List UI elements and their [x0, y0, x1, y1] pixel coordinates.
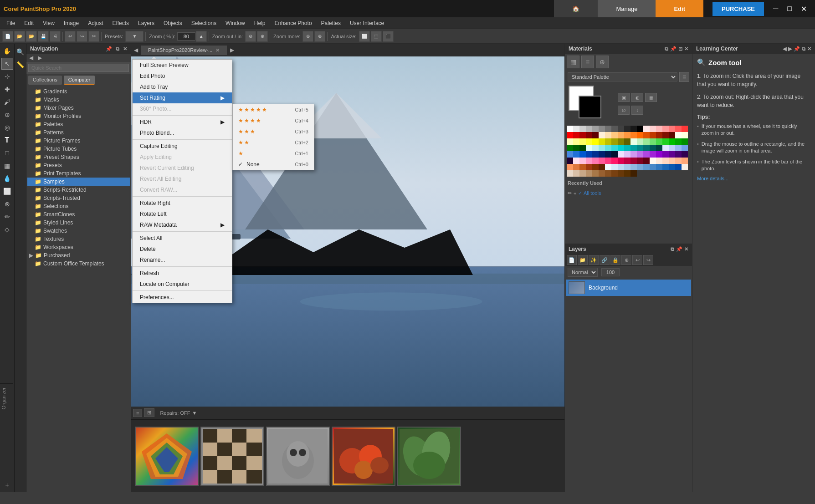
- learning-pin-button[interactable]: 📌: [794, 46, 800, 52]
- filmstrip-toggle[interactable]: ≡: [133, 409, 142, 417]
- color-swatch[interactable]: [618, 126, 624, 132]
- menu-adjust[interactable]: Adjust: [83, 19, 108, 27]
- color-swatch[interactable]: [611, 158, 618, 164]
- tab-computer[interactable]: Computer: [64, 76, 95, 85]
- cm-delete[interactable]: Delete: [133, 244, 232, 255]
- color-swatch[interactable]: [599, 151, 605, 158]
- color-swatch[interactable]: [630, 145, 637, 151]
- mat-swap-button[interactable]: ↕: [631, 106, 643, 115]
- color-swatch[interactable]: [573, 158, 579, 164]
- color-swatch[interactable]: [650, 126, 656, 132]
- cm-editphoto[interactable]: Edit Photo: [133, 71, 232, 81]
- color-swatch[interactable]: [650, 132, 656, 138]
- color-swatch[interactable]: [592, 170, 599, 177]
- color-swatch[interactable]: [682, 138, 688, 145]
- color-swatch[interactable]: [618, 164, 624, 170]
- color-swatch[interactable]: [605, 170, 611, 177]
- image-tab-main[interactable]: PaintShopPro2020Review-... ✕: [141, 46, 227, 55]
- color-swatch[interactable]: [650, 145, 656, 151]
- color-swatch[interactable]: [643, 145, 650, 151]
- text-tool[interactable]: T: [1, 134, 13, 146]
- nav-back-button[interactable]: ◀: [27, 55, 35, 61]
- color-swatch[interactable]: [630, 158, 637, 164]
- scroll-left-button[interactable]: ◀: [131, 47, 141, 53]
- color-swatch[interactable]: [675, 151, 682, 158]
- color-swatch[interactable]: [586, 151, 592, 158]
- color-swatch[interactable]: [599, 158, 605, 164]
- nav-forward-button[interactable]: ▶: [36, 55, 44, 61]
- cm-rawmeta[interactable]: RAW Metadata ▶: [133, 219, 232, 230]
- pan-tool[interactable]: ✋: [1, 45, 13, 57]
- color-swatch[interactable]: [630, 164, 637, 170]
- color-swatch[interactable]: [611, 164, 618, 170]
- layers-link-button[interactable]: 🔗: [600, 255, 610, 265]
- color-swatch[interactable]: [586, 145, 592, 151]
- color-swatch[interactable]: [643, 132, 650, 138]
- folder-masks[interactable]: 📁Masks: [27, 96, 130, 104]
- cm-photoblend[interactable]: Photo Blend...: [133, 127, 232, 138]
- new-button[interactable]: 📄: [2, 31, 13, 42]
- color-swatch[interactable]: [599, 138, 605, 145]
- menu-enhance[interactable]: Enhance Photo: [270, 19, 316, 27]
- rating-5stars[interactable]: ★★★★★ Ctrl+5: [233, 104, 314, 115]
- folder-swatches[interactable]: 📁Swatches: [27, 227, 130, 235]
- color-swatch[interactable]: [637, 138, 643, 145]
- color-swatch[interactable]: [567, 170, 573, 177]
- color-swatch[interactable]: [605, 158, 611, 164]
- color-swatch[interactable]: [656, 145, 662, 151]
- color-swatch[interactable]: [567, 126, 573, 132]
- color-swatch[interactable]: [643, 138, 650, 145]
- color-swatch[interactable]: [618, 151, 624, 158]
- cut-button[interactable]: ✂: [88, 31, 99, 42]
- layers-pin-button[interactable]: 📌: [676, 246, 682, 252]
- zoom-input[interactable]: [177, 32, 195, 41]
- color-swatch[interactable]: [656, 126, 662, 132]
- color-swatch[interactable]: [618, 132, 624, 138]
- color-swatch[interactable]: [624, 138, 630, 145]
- rating-2stars[interactable]: ★★ Ctrl+2: [233, 137, 314, 148]
- undo-button[interactable]: ↩: [65, 31, 76, 42]
- menu-layers[interactable]: Layers: [133, 19, 159, 27]
- color-swatch[interactable]: [662, 145, 669, 151]
- folder-smartclones[interactable]: 📁SmartClones: [27, 210, 130, 219]
- color-swatch[interactable]: [592, 132, 599, 138]
- color-swatch[interactable]: [567, 164, 573, 170]
- color-swatch[interactable]: [656, 164, 662, 170]
- color-swatch[interactable]: [624, 126, 630, 132]
- color-swatch[interactable]: [675, 138, 682, 145]
- color-swatch[interactable]: [662, 126, 669, 132]
- cm-locate[interactable]: Locate on Computer: [133, 279, 232, 290]
- folder-gradients[interactable]: 📁Gradients: [27, 87, 130, 96]
- folder-scriptstrusted[interactable]: 📁Scripts-Trusted: [27, 194, 130, 202]
- color-swatch[interactable]: [605, 145, 611, 151]
- layers-merge-button[interactable]: ⊕: [621, 255, 631, 265]
- color-swatch[interactable]: [637, 132, 643, 138]
- color-swatch[interactable]: [567, 138, 573, 145]
- folder-printtemplates[interactable]: 📁Print Templates: [27, 169, 130, 178]
- color-swatch[interactable]: [586, 170, 592, 177]
- mat-close-button[interactable]: ✕: [684, 46, 688, 52]
- cm-setrating[interactable]: Set Rating ▶: [133, 92, 232, 103]
- cm-captureediting[interactable]: Capture Editing: [133, 141, 232, 152]
- zoom-tool[interactable]: 🔍: [15, 46, 26, 58]
- color-swatch[interactable]: [662, 138, 669, 145]
- color-swatch[interactable]: [675, 145, 682, 151]
- color-swatch[interactable]: [592, 145, 599, 151]
- folder-purchased[interactable]: ▶ 📁Purchased: [27, 251, 130, 260]
- thumb-4[interactable]: [332, 427, 395, 486]
- filmstrip-list[interactable]: ⊞: [144, 408, 154, 417]
- preset-dropdown[interactable]: ▼: [125, 31, 144, 42]
- close-button[interactable]: ✕: [796, 5, 811, 13]
- color-swatch[interactable]: [592, 158, 599, 164]
- color-swatch[interactable]: [592, 151, 599, 158]
- rating-none[interactable]: ✓ None Ctrl+0: [233, 159, 314, 170]
- layers-new-button[interactable]: 📄: [567, 255, 577, 265]
- color-swatch[interactable]: [682, 145, 688, 151]
- tab-manage[interactable]: Manage: [598, 0, 656, 17]
- folder-pictureframes[interactable]: 📁Picture Frames: [27, 137, 130, 145]
- cm-selectall[interactable]: Select All: [133, 233, 232, 244]
- menu-selections[interactable]: Selections: [187, 19, 221, 27]
- color-swatch[interactable]: [605, 151, 611, 158]
- color-swatch[interactable]: [630, 170, 637, 177]
- search-input[interactable]: [28, 64, 129, 72]
